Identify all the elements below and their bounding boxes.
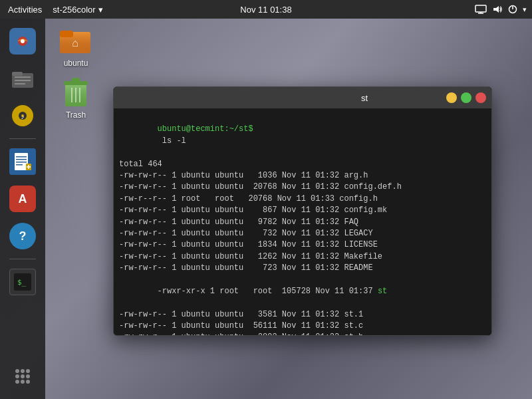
terminal-body[interactable]: ubuntu@tecmint:~/st$ ls -l total 464 -rw… xyxy=(114,108,491,335)
sidebar-item-rhythmbox[interactable]: ♪ xyxy=(5,98,40,133)
svg-point-33 xyxy=(21,369,25,373)
svg-point-32 xyxy=(15,369,19,373)
svg-rect-20 xyxy=(16,159,27,160)
term-line-st: -rwxr-xr-x 1 root root 105728 Nov 11 01:… xyxy=(119,274,486,309)
term-line-license: -rw-rw-r-- 1 ubuntu ubuntu 1834 Nov 11 0… xyxy=(119,239,486,251)
svg-rect-19 xyxy=(16,156,27,158)
sidebar: ♪ xyxy=(0,19,45,399)
term-line-makefile: -rw-rw-r-- 1 ubuntu ubuntu 1262 Nov 11 0… xyxy=(119,251,486,263)
trash-icon-label: Trash xyxy=(66,110,86,120)
svg-point-39 xyxy=(21,380,25,384)
terminal-window: st ─ □ ✕ ubuntu@tecmint:~/st$ ls -l tota… xyxy=(113,86,492,336)
power-icon[interactable] xyxy=(508,5,517,14)
svg-rect-11 xyxy=(15,76,31,78)
term-line-configdefh: -rw-rw-r-- 1 ubuntu ubuntu 20768 Nov 11 … xyxy=(119,182,486,193)
svg-rect-21 xyxy=(16,162,27,163)
term-line-faq: -rw-rw-r-- 1 ubuntu ubuntu 9782 Nov 11 0… xyxy=(119,217,486,228)
sidebar-item-help[interactable]: ? xyxy=(5,219,40,253)
svg-text:?: ? xyxy=(19,229,27,243)
terminal-maximize-button[interactable]: □ xyxy=(461,92,471,103)
sidebar-item-files[interactable] xyxy=(5,61,40,96)
term-line-sth: -rw-rw-r-- 1 ubuntu ubuntu 2892 Nov 11 0… xyxy=(119,332,486,335)
sidebar-divider-1 xyxy=(9,138,36,139)
svg-point-38 xyxy=(15,380,19,384)
app-name: st-256color xyxy=(53,5,95,15)
ubuntu-icon-label: ubuntu xyxy=(64,59,88,68)
sidebar-item-terminal[interactable]: $_ xyxy=(5,265,40,299)
desktop-icon-trash[interactable]: Trash xyxy=(52,76,100,120)
svg-point-34 xyxy=(26,369,30,373)
term-line-argh: -rw-rw-r-- 1 ubuntu ubuntu 1036 Nov 11 0… xyxy=(119,170,486,182)
svg-text:⌂: ⌂ xyxy=(72,37,78,49)
sidebar-item-apps[interactable] xyxy=(5,359,40,394)
svg-rect-0 xyxy=(475,5,486,12)
topbar-datetime: Nov 11 01:38 xyxy=(240,5,291,15)
term-line-stc: -rw-rw-r-- 1 ubuntu ubuntu 56111 Nov 11 … xyxy=(119,321,486,332)
terminal-controls: ─ □ ✕ xyxy=(446,92,486,103)
term-cmd-1: ls -l xyxy=(158,136,186,146)
svg-point-40 xyxy=(26,380,30,384)
sidebar-divider-2 xyxy=(9,259,36,259)
activities-button[interactable]: Activities xyxy=(5,5,45,15)
svg-rect-43 xyxy=(60,31,73,37)
ubuntu-folder-icon: ⌂ xyxy=(60,24,92,56)
svg-marker-3 xyxy=(493,6,499,13)
svg-text:$_: $_ xyxy=(17,278,27,287)
svg-rect-13 xyxy=(15,83,25,84)
sidebar-item-thunderbird[interactable] xyxy=(5,24,40,59)
app-menu-chevron: ▾ xyxy=(98,5,103,15)
terminal-title: st xyxy=(283,93,446,103)
term-line-legacy: -rw-rw-r-- 1 ubuntu ubuntu 732 Nov 11 01… xyxy=(119,228,486,239)
topbar: Activities st-256color ▾ Nov 11 01:38 xyxy=(0,0,532,19)
volume-icon[interactable] xyxy=(492,5,503,14)
desktop-icon-ubuntu[interactable]: ⌂ ubuntu xyxy=(52,24,100,68)
sidebar-item-appstore[interactable]: A xyxy=(5,182,40,216)
svg-rect-12 xyxy=(15,80,31,81)
svg-point-37 xyxy=(26,374,30,378)
svg-point-8 xyxy=(21,39,25,43)
sidebar-item-writer[interactable] xyxy=(5,144,40,179)
network-icon[interactable] xyxy=(475,5,487,14)
svg-rect-10 xyxy=(12,72,23,76)
term-line-configh: -rw-r--r-- 1 root root 20768 Nov 11 01:3… xyxy=(119,194,486,205)
desktop: Activities st-256color ▾ Nov 11 01:38 xyxy=(0,0,532,399)
term-line-st1: -rw-rw-r-- 1 ubuntu ubuntu 3581 Nov 11 0… xyxy=(119,309,486,321)
term-total: total 464 xyxy=(119,159,486,170)
topbar-indicators: ▾ xyxy=(475,5,527,14)
svg-text:A: A xyxy=(19,192,27,205)
term-line-readme: -rw-rw-r-- 1 ubuntu ubuntu 723 Nov 11 01… xyxy=(119,263,486,274)
desktop-icons: ⌂ ubuntu xyxy=(52,24,100,120)
svg-point-36 xyxy=(21,374,25,378)
terminal-minimize-button[interactable]: ─ xyxy=(446,92,457,103)
terminal-close-button[interactable]: ✕ xyxy=(475,92,486,103)
term-prompt-1: ubuntu@tecmint:~/st$ xyxy=(158,124,253,134)
term-line-configmk: -rw-rw-r-- 1 ubuntu ubuntu 867 Nov 11 01… xyxy=(119,205,486,216)
svg-rect-48 xyxy=(72,78,80,82)
power-menu-chevron[interactable]: ▾ xyxy=(523,5,527,14)
terminal-titlebar: st ─ □ ✕ xyxy=(114,87,491,108)
trash-icon xyxy=(60,76,92,108)
svg-text:♪: ♪ xyxy=(21,113,25,120)
app-menu[interactable]: st-256color ▾ xyxy=(53,5,102,15)
svg-point-35 xyxy=(15,374,19,378)
svg-rect-22 xyxy=(16,164,23,166)
